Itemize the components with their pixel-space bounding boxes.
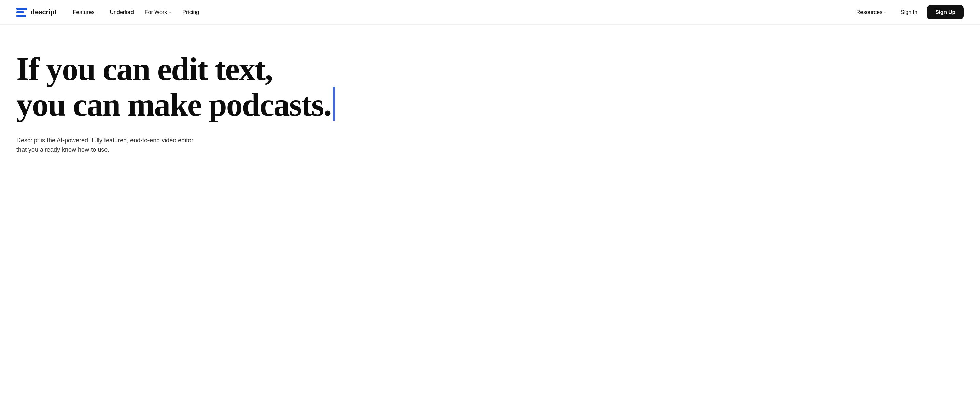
features-chevron-icon: ⌄ bbox=[96, 10, 99, 14]
text-cursor bbox=[333, 86, 335, 121]
for-work-chevron-icon: ⌄ bbox=[168, 10, 172, 14]
headline-line-1: If you can edit text, bbox=[16, 52, 462, 86]
hero-subtext: Descript is the AI-powered, fully featur… bbox=[16, 136, 201, 155]
nav-right: Resources ⌄ Sign In Sign Up bbox=[852, 5, 964, 19]
nav-left: descript Features ⌄ Underlord For Work ⌄… bbox=[16, 6, 203, 18]
hero-section: If you can edit text, you can make podca… bbox=[0, 25, 478, 176]
resources-chevron-icon: ⌄ bbox=[884, 10, 887, 14]
nav-underlord[interactable]: Underlord bbox=[106, 6, 138, 18]
logo-text: descript bbox=[31, 8, 56, 16]
headline-line-2: you can make podcasts. bbox=[16, 86, 462, 122]
descript-logo-icon bbox=[16, 8, 27, 17]
signup-button[interactable]: Sign Up bbox=[927, 5, 964, 19]
nav-resources[interactable]: Resources ⌄ bbox=[852, 6, 891, 18]
svg-rect-2 bbox=[16, 15, 26, 17]
svg-rect-1 bbox=[16, 11, 24, 13]
nav-links: Features ⌄ Underlord For Work ⌄ Pricing bbox=[68, 6, 203, 18]
nav-features[interactable]: Features ⌄ bbox=[68, 6, 103, 18]
signin-button[interactable]: Sign In bbox=[894, 6, 924, 19]
nav-pricing[interactable]: Pricing bbox=[178, 6, 203, 18]
logo[interactable]: descript bbox=[16, 8, 56, 17]
svg-rect-0 bbox=[16, 8, 27, 10]
main-nav: descript Features ⌄ Underlord For Work ⌄… bbox=[0, 0, 980, 25]
hero-headline: If you can edit text, you can make podca… bbox=[16, 52, 462, 122]
nav-for-work[interactable]: For Work ⌄ bbox=[141, 6, 175, 18]
